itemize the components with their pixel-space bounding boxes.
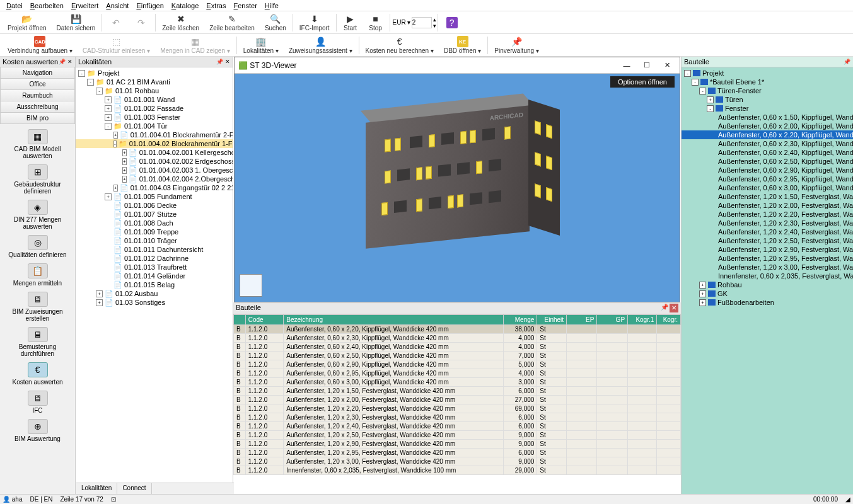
rtree-row[interactable]: Außenfenster, 1,20 x 2,30, Festverglast,… [682, 219, 853, 227]
tree-row[interactable]: -📁01.01.004 Tür [76, 122, 233, 130]
rtree-row[interactable]: Außenfenster, 0,60 x 2,00, Kippflügel, W… [682, 122, 853, 130]
cell[interactable]: 4,000 [503, 369, 537, 378]
tree-row[interactable]: +📄01.01.004.01 Blockrahmentür 2-Fl 21 [76, 130, 233, 139]
cell[interactable] [657, 404, 681, 413]
cell[interactable]: 1.1.2.0 [245, 369, 284, 378]
cell[interactable]: 1.1.2.0 [245, 387, 284, 396]
tree-row[interactable]: 📄01.01.014 Geländer [76, 272, 233, 280]
cell[interactable]: 9,000 [503, 440, 537, 449]
cell[interactable]: 4,000 [503, 343, 537, 352]
cell[interactable]: B [234, 440, 246, 449]
cell[interactable]: 1.1.2.0 [245, 413, 284, 422]
cell[interactable] [657, 396, 681, 404]
tree-row[interactable]: +📄01.01.001 Wand [76, 95, 233, 104]
cell[interactable]: 1.1.2.0 [245, 457, 284, 466]
cell[interactable] [657, 343, 681, 352]
cell[interactable] [657, 325, 681, 334]
cell[interactable]: B [234, 404, 246, 413]
cell[interactable] [567, 360, 597, 369]
cell[interactable] [567, 387, 597, 396]
cell[interactable]: 7,000 [503, 352, 537, 360]
viewer-options-button[interactable]: Optionen öffnen [610, 76, 675, 88]
menu-datei[interactable]: Datei [3, 2, 26, 9]
col-header[interactable]: Bezeichnung [284, 315, 503, 325]
cell[interactable]: B [234, 387, 246, 396]
cell[interactable] [567, 440, 597, 449]
tb2-Mengen-in-CAD-zeigen[interactable]: ▦Mengen in CAD zeigen ▾ [155, 35, 235, 55]
cell[interactable]: Außenfenster, 1,20 x 2,90, Festverglast,… [284, 440, 503, 449]
tree-row[interactable]: 📄01.01.013 Traufbrett [76, 263, 233, 272]
rtree-row[interactable]: Außenfenster, 1,20 x 3,00, Festverglast,… [682, 263, 853, 272]
cell[interactable] [567, 431, 597, 440]
tool-Gebäudestruktur-definieren[interactable]: ⊞Gebäudestruktur definieren [1, 164, 74, 195]
cell[interactable]: St [537, 334, 567, 343]
cell[interactable]: 1.1.2.0 [245, 449, 284, 457]
cell[interactable]: Innenfenster, 0,60 x 2,035, Festverglast… [284, 466, 503, 475]
cell[interactable]: St [537, 431, 567, 440]
cell[interactable]: 5,000 [503, 360, 537, 369]
rtree-row[interactable]: Außenfenster, 0,60 x 2,95, Kippflügel, W… [682, 175, 853, 183]
menu-hilfe[interactable]: Hilfe [261, 2, 282, 9]
cell[interactable]: St [537, 343, 567, 352]
cell[interactable]: 6,000 [503, 387, 537, 396]
cell[interactable]: St [537, 457, 567, 466]
navtab-Office[interactable]: Office [0, 79, 75, 90]
navtab-BIM pro[interactable]: BIM pro [0, 113, 75, 124]
help-button[interactable]: ? [439, 13, 465, 32]
cell[interactable]: 1.1.2.0 [245, 396, 284, 404]
cell[interactable] [657, 352, 681, 360]
cell[interactable] [567, 343, 597, 352]
components-grid[interactable]: CodeBezeichnungMengeEinheitEPGPKogr.1Kog… [233, 314, 681, 500]
cell[interactable] [657, 449, 681, 457]
menu-einfügen[interactable]: Einfügen [132, 2, 167, 9]
cell[interactable]: Außenfenster, 1,20 x 2,30, Festverglast,… [284, 413, 503, 422]
cell[interactable]: Außenfenster, 0,60 x 2,20, Kippflügel, W… [284, 325, 503, 334]
cell[interactable] [628, 325, 657, 334]
rtree-row[interactable]: Außenfenster, 1,20 x 2,95, Festverglast,… [682, 254, 853, 263]
cell[interactable]: Außenfenster, 1,20 x 2,50, Festverglast,… [284, 431, 503, 440]
cell[interactable]: B [234, 360, 246, 369]
tool-BIM-Auswertung[interactable]: ⊕BIM Auswertung [1, 419, 74, 442]
cell[interactable] [628, 431, 657, 440]
pin-icon[interactable]: 📌 ✕ [59, 59, 73, 65]
cell[interactable] [597, 369, 628, 378]
cell[interactable]: St [537, 422, 567, 431]
tb-Suchen[interactable]: 🔍Suchen [260, 13, 291, 32]
cell[interactable]: 1.1.2.0 [245, 360, 284, 369]
rtree-row[interactable]: +Türen [682, 95, 853, 104]
cell[interactable] [628, 369, 657, 378]
cell[interactable] [628, 343, 657, 352]
cell[interactable]: St [537, 387, 567, 396]
cell[interactable] [628, 422, 657, 431]
pin-icon[interactable]: 📌 [844, 59, 850, 65]
tb-↷[interactable]: ↷ [129, 13, 154, 32]
menubar[interactable]: DateiBearbeitenErweitertAnsichtEinfügenK… [0, 0, 853, 11]
cell[interactable]: Außenfenster, 0,60 x 2,50, Kippflügel, W… [284, 352, 503, 360]
tree-row[interactable]: +📄01.01.002 Fassade [76, 104, 233, 113]
tb2-Kosten-neu-berechnen[interactable]: €Kosten neu berechnen ▾ [361, 35, 439, 55]
col-header[interactable]: EP [567, 315, 597, 325]
navtab-Ausschreibung[interactable]: Ausschreibung [0, 101, 75, 113]
cell[interactable]: B [234, 343, 246, 352]
cell[interactable]: Außenfenster, 1,20 x 1,50, Festverglast,… [284, 387, 503, 396]
cell[interactable]: St [537, 396, 567, 404]
cell[interactable] [567, 404, 597, 413]
cell[interactable]: B [234, 369, 246, 378]
tree-row[interactable]: 📄01.01.011 Dachuntersicht [76, 245, 233, 254]
rtree-row[interactable]: +Fußbodenarbeiten [682, 298, 853, 307]
tree-row[interactable]: +📄01.01.004.02.003 1. Obergeschoss [76, 166, 233, 175]
cell[interactable] [657, 387, 681, 396]
cell[interactable]: 1.1.2.0 [245, 352, 284, 360]
cell[interactable]: Außenfenster, 0,60 x 2,95, Kippflügel, W… [284, 369, 503, 378]
cell[interactable]: 1.1.2.0 [245, 378, 284, 387]
cell[interactable]: Außenfenster, 1,20 x 2,20, Festverglast,… [284, 404, 503, 413]
cell[interactable] [657, 422, 681, 431]
menu-ansicht[interactable]: Ansicht [102, 2, 132, 9]
cell[interactable]: St [537, 352, 567, 360]
menu-bearbeiten[interactable]: Bearbeiten [26, 2, 67, 9]
cell[interactable]: St [537, 325, 567, 334]
tree-row[interactable]: +📄01.01.004.03 Eingangstür 02 2 21 [76, 183, 233, 192]
cell[interactable] [628, 360, 657, 369]
menu-kataloge[interactable]: Kataloge [168, 2, 202, 9]
cell[interactable]: 4,000 [503, 334, 537, 343]
